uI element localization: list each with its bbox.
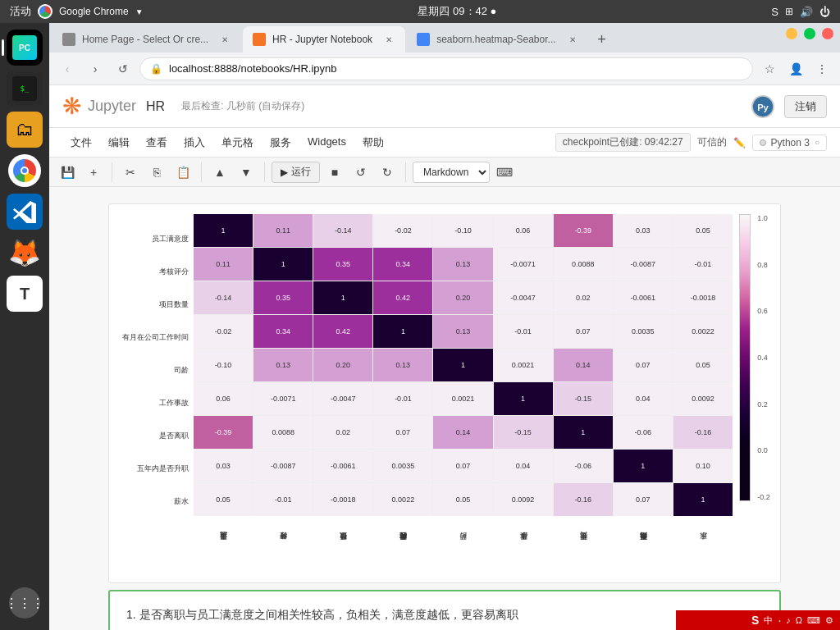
tab3-close[interactable]: ✕ [566,33,579,46]
heatmap-cell: 0.34 [253,315,313,348]
heatmap-cell: 0.0022 [673,315,733,348]
x-axis-label: 司龄 [433,519,492,573]
dock-item-files[interactable]: 🗂 [7,112,43,148]
close-button[interactable] [822,28,833,39]
heatmap-cell: 0.13 [253,349,313,381]
dock-item-chrome[interactable] [7,153,43,189]
profile-button[interactable]: 👤 [784,57,807,80]
menu-kernel[interactable]: 服务 [262,132,299,153]
tab-seaborn[interactable]: seaborn.heatmap-Seabor... ✕ [407,26,588,52]
minimize-button[interactable] [786,28,797,39]
dock-item-typora[interactable]: T [7,276,43,312]
chrome-app-name: Google Chrome [59,6,129,17]
logout-button[interactable]: 注销 [784,95,827,118]
pycharm-icon: PC [12,35,37,60]
heatmap-cell: 0.0035 [614,315,673,348]
heatmap-cell: -0.16 [673,416,733,449]
tab2-close[interactable]: ✕ [382,33,395,46]
menu-group: 文件 编辑 查看 插入 单元格 服务 Widgets 帮助 [62,132,392,153]
heatmap-cell: 0.34 [373,248,432,281]
menu-edit[interactable]: 编辑 [100,132,138,153]
datetime-display: 星期四 09：42 ● [418,5,496,17]
activities-label[interactable]: 活动 [10,4,31,19]
kernel-indicator: Py [751,95,774,118]
heatmap-cell: -0.10 [433,214,492,247]
keyboard-shortcuts-button[interactable]: ⌨ [493,161,516,184]
heatmap-cell: -0.39 [554,214,613,247]
heatmap-output-cell: 员工满意度考核评分项目数量有月在公司工作时间司龄工作事故是否离职五年内是否升职薪… [108,203,781,583]
dock-item-pycharm[interactable]: PC [7,30,43,66]
jupyter-logo-icon: ❋ [62,93,81,120]
ime-omega-icon: Ω [796,615,802,625]
heatmap-cell: -0.14 [313,214,372,247]
heatmap-cell: 0.05 [673,214,733,247]
colorbar-label: 0.8 [757,261,770,269]
sogou-icon: S [771,6,778,18]
checkpoint-label: checkpoint已创建: 09:42:27 [555,133,691,152]
back-button[interactable]: ‹ [56,57,79,80]
heatmap-cell: 0.11 [253,214,313,247]
copy-button[interactable]: ⎘ [145,161,168,184]
new-tab-button[interactable]: + [591,28,614,51]
tab1-close[interactable]: ✕ [218,33,231,46]
tab-home[interactable]: Home Page - Select Or cre... ✕ [52,26,241,52]
heatmap-cell: 1 [614,450,673,482]
run-button[interactable]: ▶ 运行 [272,162,320,183]
menu-file[interactable]: 文件 [62,132,100,153]
tab-jupyter[interactable]: HR - Jupyter Notebook ✕ [243,26,405,52]
analysis-line: 1. 是否离职与员工满意度之间相关性较高，负相关，满意度越低，更容易离职 [126,605,763,625]
files-icon: 🗂 [7,112,43,148]
address-bar[interactable]: 🔒 localhost:8888/notebooks/HR.ipynb [139,57,753,80]
save-button[interactable]: 💾 [56,161,79,184]
move-down-button[interactable]: ▼ [235,161,258,184]
menu-widgets[interactable]: Widgets [299,132,354,153]
tab1-title: Home Page - Select Or cre... [82,34,208,45]
heatmap-cell: 0.03 [614,214,673,247]
colorbar-gradient [739,214,751,501]
menu-insert[interactable]: 插入 [176,132,213,153]
restart-button[interactable]: ↺ [349,161,372,184]
chrome-dropdown-arrow[interactable]: ▼ [135,7,144,16]
heatmap-cell: -0.0047 [313,382,372,415]
heatmap-cell: -0.0071 [253,382,313,415]
dock-item-terminal[interactable]: $_ [7,71,43,107]
application-dock: PC $_ 🗂 🦊 T ⋮⋮⋮ [0,23,49,630]
refresh-button[interactable]: ↺ [112,57,135,80]
dock-item-apps[interactable]: ⋮⋮⋮ [7,587,43,623]
menu-view[interactable]: 查看 [138,132,176,153]
system-bar: 活动 Google Chrome ▼ 星期四 09：42 ● S ⊞ 🔊 ⏻ [0,0,840,23]
restart-run-button[interactable]: ↻ [376,161,399,184]
interrupt-button[interactable]: ■ [323,161,346,184]
move-up-button[interactable]: ▲ [208,161,231,184]
ime-bar: S 中 · ♪ Ω ⌨ ⚙ [676,610,840,630]
heatmap-cell: 0.35 [313,248,372,281]
edit-trusted-icon[interactable]: ✏️ [733,137,746,148]
dock-item-vscode[interactable] [7,194,43,230]
maximize-button[interactable] [804,28,815,39]
cell-type-select[interactable]: Markdown Code Raw [413,162,490,183]
trusted-label: 可信的 [697,135,727,149]
heatmap-cell: -0.01 [673,248,733,281]
chrome-menu-button[interactable]: ⋮ [810,57,833,80]
chrome-taskbar-icon[interactable] [38,4,52,19]
heatmap-cell: -0.39 [194,416,253,449]
heatmap-cell: 0.0092 [673,382,733,415]
notebook-name[interactable]: HR [146,99,165,114]
menu-help[interactable]: 帮助 [354,132,392,153]
toolbar-right: ☆ 👤 ⋮ [758,57,833,80]
heatmap-main: 10.11-0.14-0.02-0.100.06-0.390.030.050.1… [194,214,733,573]
jupyter-toolbar: 💾 + ✂ ⎘ 📋 ▲ ▼ ▶ 运行 ■ ↺ ↻ Markdown Code R… [49,158,840,187]
y-axis-label: 项目数量 [122,288,189,321]
paste-button[interactable]: 📋 [171,161,194,184]
add-cell-button[interactable]: + [82,161,105,184]
cut-button[interactable]: ✂ [119,161,142,184]
heatmap-cell: 0.07 [614,483,673,516]
notebook-content[interactable]: 员工满意度考核评分项目数量有月在公司工作时间司龄工作事故是否离职五年内是否升职薪… [49,187,840,630]
forward-button[interactable]: › [84,57,107,80]
bookmark-star-button[interactable]: ☆ [758,57,781,80]
menu-cell[interactable]: 单元格 [213,132,262,153]
heatmap-cell: 0.05 [433,483,492,516]
toolbar-divider-2 [201,162,202,182]
dock-item-firefox[interactable]: 🦊 [7,235,43,271]
heatmap-wrapper: 员工满意度考核评分项目数量有月在公司工作时间司龄工作事故是否离职五年内是否升职薪… [122,214,767,573]
